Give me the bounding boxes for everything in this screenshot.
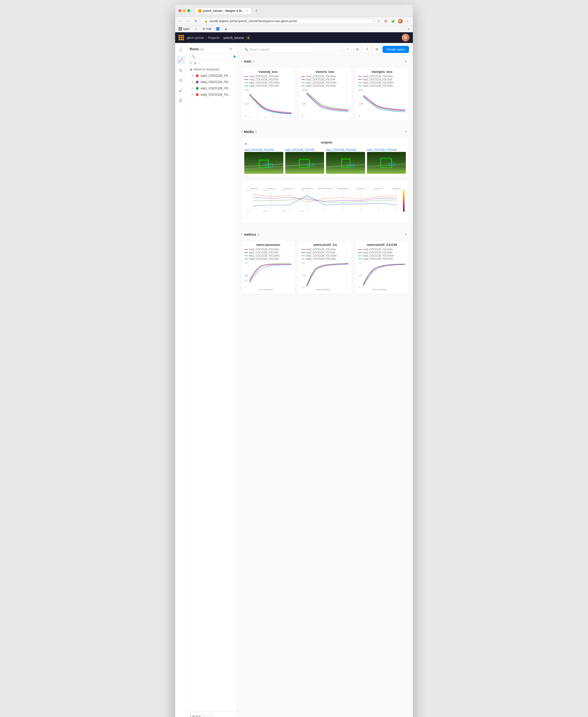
bookmark-drive[interactable]: ▲ <box>224 27 228 31</box>
browser-window: yolov5_tutorial – Weights & Bi... ✕ + ← … <box>175 5 413 717</box>
run-eye-3: 👁 <box>191 93 194 96</box>
legend-giou-3: exp0_COCO128_YOLOv5s <box>358 84 406 87</box>
svg-text:1.0: 1.0 <box>302 262 305 264</box>
media-settings-icon[interactable]: ⚙ <box>244 142 247 146</box>
svg-text:0.015: 0.015 <box>302 88 307 91</box>
columns-button[interactable]: ⊟ <box>353 45 361 53</box>
parallel-coords-svg: val/obj_loss val/cls_loss train/giou_los… <box>244 183 406 220</box>
active-tab[interactable]: yolov5_tutorial – Weights & Bi... ✕ <box>195 8 252 14</box>
pagination-next[interactable]: › <box>208 714 213 717</box>
search-panels-input[interactable]: 🔍 Search panels <box>241 46 314 53</box>
back-button[interactable]: ← <box>177 18 183 24</box>
svg-text:0.6: 0.6 <box>359 274 361 277</box>
svg-text:0.965: 0.965 <box>300 210 303 212</box>
section-train-title-row[interactable]: ▾ train 3 <box>241 59 255 63</box>
google-icon: G <box>194 27 198 30</box>
breadcrumb-user[interactable]: glenn-jocher <box>187 36 204 40</box>
svg-text:0.026: 0.026 <box>282 189 286 191</box>
legend-item-3: exp0_COCO128_YOLOv5s <box>244 84 292 87</box>
runs-search-input[interactable]: 🔍 <box>190 54 238 59</box>
search-panels-icon: 🔍 <box>244 47 248 51</box>
bookmark-docs[interactable] <box>215 27 220 31</box>
maximize-button[interactable] <box>187 9 190 12</box>
section-metrics-count: 4 <box>258 233 259 237</box>
bookmark-mail[interactable]: ✉ mail <box>202 27 212 31</box>
sort-icon[interactable]: ↕ <box>198 61 200 65</box>
bookmark-apps[interactable]: Apps <box>177 27 190 31</box>
bookmark-icon[interactable]: ☆ <box>376 18 381 24</box>
section-train-add-button[interactable]: + <box>403 58 409 65</box>
opera-icon[interactable]: O <box>383 18 388 24</box>
sidebar-item-info[interactable]: ⓘ <box>176 45 185 54</box>
chart-metrics-map05-legend: exp3_COCO128_YOLOv5x exp2_COCO128_YOLOv5… <box>301 248 349 260</box>
runs-search-field[interactable] <box>196 55 233 58</box>
run-item-2[interactable]: 👁 exp1_COCO128_YOLOv5m <box>188 85 235 91</box>
new-tab-button[interactable]: + <box>253 7 260 14</box>
traffic-lights <box>178 9 190 12</box>
close-button[interactable] <box>178 9 182 12</box>
section-metrics-title-row[interactable]: ▾ metrics 4 <box>241 232 259 237</box>
section-media-add-button[interactable]: + <box>403 129 409 135</box>
legend-giou-2: exp1_COCO128_YOLOv5m <box>358 81 406 84</box>
section-media-count: 2 <box>255 130 257 134</box>
chart-train-obj-loss-legend: exp3_COCO128_YOLOv5x exp2_COCO128_YOLOv5… <box>244 75 292 87</box>
run-item-3[interactable]: 👁 exp0_COCO128_YOLOv5s <box>188 91 235 98</box>
pagination-text: 1-4• of 4 <box>190 715 201 717</box>
project-lock-icon: 🔒 <box>246 36 250 40</box>
sidebar-item-database[interactable]: 🗄 <box>176 96 185 105</box>
menu-button[interactable]: ⋮ <box>405 18 411 24</box>
section-metrics-add-button[interactable]: + <box>403 231 409 238</box>
legend-map95-3: exp0_COCO128_YOLOv5s <box>358 258 406 260</box>
pagination-prev[interactable]: ‹ <box>202 714 207 717</box>
section-metrics-title: metrics <box>244 232 256 237</box>
profile-icon[interactable]: G <box>397 18 403 24</box>
run-item-1[interactable]: 👁 exp2_COCO128_YOLOv5l <box>188 79 235 85</box>
outputs-title: outputs <box>247 141 406 144</box>
runs-columns-icon[interactable]: ⊟ <box>228 46 234 52</box>
svg-text:0.01: 0.01 <box>302 102 306 105</box>
create-report-button[interactable]: Create report <box>382 46 409 53</box>
svg-text:val/cls_loss: val/cls_loss <box>268 188 275 189</box>
tab-close-button[interactable]: ✕ <box>246 9 248 13</box>
chart-train-cls-loss: train/cls_loss exp3_COCO128_YOLOv5x exp2… <box>298 67 352 121</box>
extensions-icon[interactable]: 🧩 <box>390 18 396 24</box>
dots-button[interactable]: ⠿ <box>363 45 371 53</box>
svg-text:1.0: 1.0 <box>359 262 361 264</box>
sidebar-item-brush[interactable]: 🖌 <box>176 86 185 95</box>
drive-icon: ▲ <box>224 27 227 30</box>
breadcrumb-projects[interactable]: Projects <box>208 36 219 40</box>
section-media-header: ▾ Media 2 + <box>241 129 409 135</box>
svg-text:train/cls_loss: train/cls_loss <box>374 188 383 189</box>
run-name-3: exp0_COCO128_YOLOv5s <box>201 93 232 96</box>
forward-button[interactable]: → <box>185 18 191 24</box>
svg-line-38 <box>326 165 365 167</box>
refresh-button[interactable]: ↻ <box>193 18 199 24</box>
media-image-2: person 0.87 <box>326 152 365 174</box>
address-bar[interactable]: 🔒 wandb.ai/glenn-jocher/yolov5_tutorial?… <box>201 18 374 24</box>
icon-sidebar: ⓘ 📈 ⊞ ⧉ 🖌 🗄 <box>175 43 186 717</box>
run-item-0[interactable]: 👁 exp3_COCO128_YOLOv5x <box>188 73 235 79</box>
chart-metrics-map0595-area: 1.0 0.6 0 Time (minutes) <box>358 262 406 291</box>
legend-cls-0: exp3_COCO128_YOLOv5x <box>301 75 349 78</box>
svg-text:0.018: 0.018 <box>282 210 286 212</box>
filter-icon[interactable]: ▽ <box>190 61 192 65</box>
group-icon[interactable]: ⊟ <box>194 61 196 65</box>
section-metrics-chevron: ▾ <box>241 233 243 236</box>
sidebar-item-copy[interactable]: ⧉ <box>176 76 185 85</box>
settings-button[interactable]: ⚙ <box>373 45 381 53</box>
outputs-media-card: ⚙ outputs exp3_COCO128_YOLOv5x <box>241 137 409 177</box>
sidebar-item-charts[interactable]: 📈 <box>176 56 185 64</box>
bookmark-more[interactable]: » <box>407 27 411 31</box>
section-media-title-row[interactable]: ▾ Media 2 <box>241 130 257 134</box>
smoothing-button[interactable]: 〰 <box>344 45 352 53</box>
media-image-3: person 0.85 <box>367 152 406 174</box>
svg-text:person 0.89: person 0.89 <box>259 159 270 160</box>
section-media-title: Media <box>244 130 254 134</box>
bookmark-g[interactable]: G <box>193 27 199 31</box>
user-avatar[interactable]: G <box>402 34 410 41</box>
svg-text:0.4: 0.4 <box>245 275 248 277</box>
sidebar-item-table[interactable]: ⊞ <box>176 66 185 75</box>
minimize-button[interactable] <box>183 9 186 12</box>
chart-metrics-map0595: metrics/mAP_0.5:0.95 exp3_COCO128_YOLOv5… <box>355 240 409 294</box>
chart-metrics-map0595-title: metrics/mAP_0.5:0.95 <box>358 243 406 247</box>
